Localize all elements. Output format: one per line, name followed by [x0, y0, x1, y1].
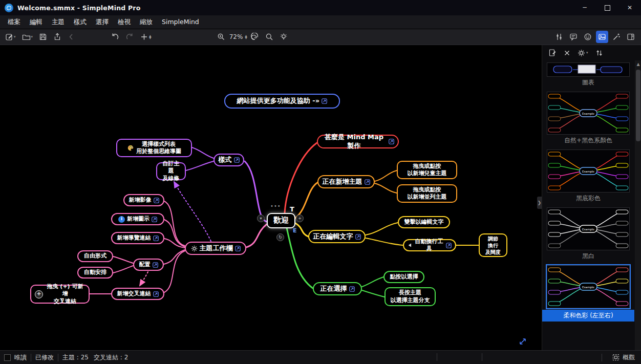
- new-document-button[interactable]: ▾: [3, 31, 18, 43]
- layout-panel-button[interactable]: [625, 31, 637, 43]
- external-link-icon: [365, 179, 370, 185]
- node-long-press[interactable]: 長按主題以選擇主題分支: [384, 287, 436, 306]
- edge-green-13: [362, 290, 384, 297]
- zoom-stepper[interactable]: ▲▼: [245, 35, 247, 39]
- topic-count-label: 主題 : 25: [62, 353, 89, 362]
- menu-item-4[interactable]: 選擇: [91, 15, 113, 29]
- menu-item-6[interactable]: 縮放: [135, 15, 157, 29]
- node-welcome[interactable]: 歡迎: [267, 213, 295, 228]
- node-free-form[interactable]: 自由形式: [77, 250, 113, 262]
- menu-item-3[interactable]: 樣式: [69, 15, 91, 29]
- style-theme-1[interactable]: Example自然+黑色系顏色: [542, 92, 634, 147]
- style-theme-4[interactable]: Example柔和色彩 (左至右): [542, 265, 634, 322]
- zoom-in-button[interactable]: [215, 31, 227, 43]
- style-theme-label: 圖表: [542, 77, 634, 90]
- highlight-idea-button[interactable]: [277, 31, 290, 43]
- node-auto-arrange[interactable]: 自動安排: [77, 267, 113, 279]
- edge-pink-21: [113, 266, 133, 273]
- node-add-icon[interactable]: i新增圖示: [111, 213, 164, 225]
- node-word-wrap[interactable]: 自動換行工具: [403, 239, 456, 251]
- scroll-up-arrow[interactable]: ▲: [635, 60, 641, 67]
- edge-pink-18: [164, 250, 185, 264]
- node-layout[interactable]: 配置: [133, 259, 164, 271]
- spiral-center-button[interactable]: [248, 31, 261, 43]
- node-add-crosslink[interactable]: 新增交叉連結: [111, 288, 164, 300]
- node-add-image[interactable]: 新增影像: [123, 194, 164, 206]
- sort-button[interactable]: [595, 49, 603, 57]
- menu-item-5[interactable]: 檢視: [113, 15, 135, 29]
- node-style-list[interactable]: 選擇樣式列表用於整個思維導圖: [116, 139, 192, 157]
- node-selecting[interactable]: 正在選擇: [313, 282, 362, 295]
- style-settings-button[interactable]: ▾: [578, 49, 588, 57]
- app-window: Welcome.smmx - SimpleMind Pro ─ ✕ 檔案編輯主題…: [0, 0, 641, 364]
- open-document-button[interactable]: ▾: [20, 31, 35, 43]
- zoom-level[interactable]: 72%: [229, 33, 243, 40]
- edge-orange-4: [295, 182, 318, 218]
- edge-pink-24: [140, 272, 148, 286]
- node-label: 調節換行及闊度: [485, 235, 501, 255]
- share-button[interactable]: [51, 31, 63, 43]
- node-drag-plus[interactable]: +拖曳 (+) 可新增交叉連結: [30, 285, 90, 304]
- emoji-button[interactable]: [582, 31, 594, 43]
- menu-item-1[interactable]: 編輯: [25, 15, 47, 29]
- undo-button[interactable]: [109, 31, 121, 43]
- external-link-icon: [389, 139, 394, 144]
- redo-button[interactable]: [123, 31, 136, 43]
- notes-comment-button[interactable]: [567, 31, 580, 43]
- save-button[interactable]: [37, 31, 49, 43]
- prev-arrow-icon: [408, 243, 412, 248]
- search-button[interactable]: [263, 31, 275, 43]
- edge-green-12: [362, 277, 383, 287]
- edit-style-button[interactable]: [548, 49, 557, 57]
- style-theme-0[interactable]: 圖表: [542, 62, 634, 90]
- external-link-icon: [153, 235, 159, 241]
- panel-scrollbar[interactable]: ▲: [635, 60, 641, 350]
- sliders-tool-button[interactable]: [553, 31, 565, 43]
- node-topic-toolbar[interactable]: 主題工作欄: [185, 242, 246, 255]
- minimize-button[interactable]: ─: [573, 0, 596, 15]
- node-editing-text[interactable]: 正在編輯文字: [308, 230, 366, 243]
- style-theme-list[interactable]: 圖表Example自然+黑色系顏色Example黑底彩色Example黑白Exa…: [542, 60, 641, 350]
- add-topic-button[interactable]: ▲▼: [138, 31, 154, 43]
- back-button[interactable]: [66, 31, 77, 43]
- collapse-left-handle[interactable]: ▾: [257, 215, 265, 222]
- node-website[interactable]: 網站提供更多功能及協助 -»: [224, 94, 340, 109]
- node-tap-select[interactable]: 點按以選擇: [383, 271, 424, 283]
- node-add-nav-link[interactable]: 新增導覽連結: [111, 232, 164, 244]
- external-link-icon: [153, 291, 159, 297]
- style-theme-2[interactable]: Example黑底彩色: [542, 149, 634, 205]
- node-label: 點按以選擇: [390, 273, 418, 281]
- node-label: 自動換行工具: [414, 238, 444, 253]
- menu-item-2[interactable]: 主題: [47, 15, 69, 29]
- scrollbar-thumb[interactable]: [636, 70, 640, 141]
- wand-button[interactable]: [610, 31, 623, 43]
- more-dots: •••: [270, 204, 281, 209]
- node-what-is[interactable]: 甚麼是 Mind Map 製作: [317, 135, 399, 148]
- action-handle[interactable]: ↻: [276, 233, 284, 241]
- style-theme-3[interactable]: Example黑白: [542, 207, 634, 263]
- panel-collapse-handle[interactable]: ❯: [537, 197, 542, 209]
- external-link-icon: [152, 217, 157, 222]
- node-label: 歡迎: [273, 216, 289, 226]
- node-double-tap[interactable]: 雙擊以編輯文字: [398, 216, 450, 228]
- mindmap-canvas[interactable]: 網站提供更多功能及協助 -»歡迎樣式選擇樣式列表用於整個思維導圖自訂主題及線條甚…: [0, 45, 542, 353]
- node-add-child[interactable]: 拖曳或點按以新增兒童主題: [397, 161, 457, 179]
- node-add-sibling[interactable]: 拖曳或點按以新增並列主題: [397, 184, 457, 203]
- readonly-checkbox[interactable]: [4, 354, 11, 361]
- external-link-icon: [349, 286, 355, 292]
- overview-button[interactable]: 概觀: [606, 353, 641, 362]
- close-button[interactable]: ✕: [618, 0, 641, 15]
- image-tool-button[interactable]: [596, 31, 608, 43]
- resize-hint-icon: [518, 337, 527, 348]
- external-link-icon: [355, 234, 361, 240]
- maximize-button[interactable]: [596, 0, 618, 15]
- add-child-handle[interactable]: +: [296, 215, 304, 222]
- node-adjust-wrap[interactable]: 調節換行及闊度: [479, 233, 507, 257]
- menu-item-0[interactable]: 檔案: [3, 15, 25, 29]
- node-adding-topics[interactable]: 正在新增主題: [317, 175, 375, 188]
- close-panel-button[interactable]: [564, 50, 570, 56]
- node-label: 正在編輯文字: [313, 232, 353, 241]
- node-custom-theme[interactable]: 自訂主題及線條: [156, 162, 186, 180]
- menu-item-7[interactable]: SimpleMind: [157, 15, 204, 29]
- node-style[interactable]: 樣式: [213, 154, 244, 166]
